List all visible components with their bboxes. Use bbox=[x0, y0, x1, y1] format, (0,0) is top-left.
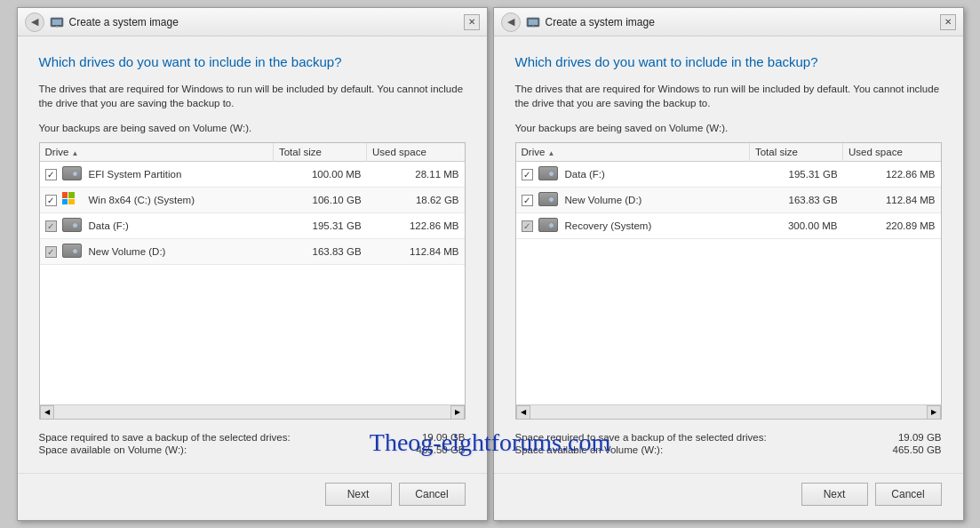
svg-point-3 bbox=[56, 26, 58, 28]
drive-name-1-4: New Volume (D:) bbox=[89, 246, 166, 257]
drive-used-1-1: 28.11 MB bbox=[367, 162, 465, 188]
next-button-1[interactable]: Next bbox=[325, 483, 392, 506]
drive-name-1-3: Data (F:) bbox=[89, 220, 129, 231]
title-text-2: Create a system image bbox=[546, 16, 655, 28]
scroll-left-2[interactable]: ◀ bbox=[516, 405, 530, 420]
drive-total-2-1: 195.31 GB bbox=[749, 162, 842, 188]
back-button-1[interactable]: ◀ bbox=[25, 12, 44, 32]
space-info-2: Space required to save a backup of the s… bbox=[515, 432, 942, 455]
col-header-used-1: Used space bbox=[367, 143, 465, 162]
svg-rect-1 bbox=[52, 20, 61, 25]
description-2: The drives that are required for Windows… bbox=[515, 82, 942, 110]
drive-name-1-2: Win 8x64 (C:) (System) bbox=[89, 195, 195, 205]
drive-checkbox-2-2[interactable] bbox=[522, 195, 533, 206]
table-row[interactable]: Recovery (System) 300.00 MB 220.89 MB bbox=[516, 213, 941, 239]
table-row[interactable]: Data (F:) 195.31 GB 122.86 MB bbox=[516, 162, 941, 188]
space-required-value-2: 19.09 GB bbox=[898, 432, 942, 443]
hdd-icon-1-1 bbox=[62, 166, 84, 182]
space-available-value-1: 465.50 GB bbox=[417, 444, 466, 455]
space-available-label-1: Space available on Volume (W:): bbox=[39, 444, 187, 455]
cancel-button-1[interactable]: Cancel bbox=[399, 483, 466, 506]
drive-total-1-2: 106.10 GB bbox=[273, 188, 366, 213]
dialog-content-2: Which drives do you want to include in t… bbox=[494, 36, 963, 469]
drive-used-1-2: 18.62 GB bbox=[367, 188, 465, 213]
system-image-icon-1 bbox=[50, 15, 64, 29]
drives-data-table-2: Data (F:) 195.31 GB 122.86 MB bbox=[516, 162, 941, 239]
title-bar-1: ◀ Create a system image ✕ bbox=[18, 8, 487, 36]
title-bar-2: ◀ Create a system image ✕ bbox=[494, 8, 963, 36]
drive-used-1-3: 122.86 MB bbox=[367, 213, 465, 239]
drive-checkbox-2-1[interactable] bbox=[522, 169, 533, 180]
section-title-2: Which drives do you want to include in t… bbox=[515, 54, 942, 69]
horizontal-scrollbar-2[interactable]: ◀ ▶ bbox=[516, 404, 941, 419]
cancel-button-2[interactable]: Cancel bbox=[875, 483, 942, 506]
dialog-footer-1: Next Cancel bbox=[18, 473, 487, 520]
table-row[interactable]: EFI System Partition 100.00 MB 28.11 MB bbox=[40, 162, 465, 188]
scroll-right-2[interactable]: ▶ bbox=[927, 405, 941, 420]
hdd-icon-1-4 bbox=[62, 244, 84, 260]
drive-total-1-4: 163.83 GB bbox=[273, 239, 366, 265]
drives-table-1: Drive ▲ Total size Used space bbox=[40, 143, 465, 162]
sort-arrow-drive-2: ▲ bbox=[548, 149, 555, 157]
space-required-label-1: Space required to save a backup of the s… bbox=[39, 432, 291, 443]
svg-point-7 bbox=[532, 26, 534, 28]
space-available-value-2: 465.50 GB bbox=[893, 444, 942, 455]
dialog-content-1: Which drives do you want to include in t… bbox=[18, 36, 487, 469]
table-row[interactable]: New Volume (D:) 163.83 GB 112.84 MB bbox=[40, 239, 465, 265]
table-row[interactable]: Data (F:) 195.31 GB 122.86 MB bbox=[40, 213, 465, 239]
hdd-icon-1-3 bbox=[62, 218, 84, 234]
col-header-drive-2: Drive ▲ bbox=[516, 143, 750, 162]
drive-name-2-1: Data (F:) bbox=[565, 169, 605, 180]
drive-checkbox-2-3[interactable] bbox=[522, 220, 533, 232]
scroll-left-1[interactable]: ◀ bbox=[40, 405, 54, 420]
drives-data-table-1: EFI System Partition 100.00 MB 28.11 MB bbox=[40, 162, 465, 265]
drive-total-2-2: 163.83 GB bbox=[749, 188, 842, 213]
hdd-icon-2-1 bbox=[538, 166, 560, 182]
space-available-label-2: Space available on Volume (W:): bbox=[515, 444, 664, 455]
space-info-1: Space required to save a backup of the s… bbox=[39, 432, 466, 455]
hdd-icon-2-3 bbox=[538, 218, 560, 234]
back-button-2[interactable]: ◀ bbox=[501, 12, 521, 32]
drive-name-2-2: New Volume (D:) bbox=[565, 195, 642, 205]
table-scroll-2[interactable]: Data (F:) 195.31 GB 122.86 MB bbox=[516, 162, 941, 404]
drive-checkbox-1-2[interactable] bbox=[45, 195, 57, 206]
drive-checkbox-1-4[interactable] bbox=[45, 246, 57, 258]
space-required-value-1: 19.09 GB bbox=[422, 432, 466, 443]
horizontal-scrollbar-1[interactable]: ◀ ▶ bbox=[40, 404, 465, 419]
table-scroll-1[interactable]: EFI System Partition 100.00 MB 28.11 MB bbox=[40, 162, 465, 404]
dialog-window-2: ◀ Create a system image ✕ Which drives d… bbox=[493, 7, 964, 521]
scroll-track-1[interactable] bbox=[54, 405, 450, 419]
col-header-total-2: Total size bbox=[749, 143, 842, 162]
table-row[interactable]: Win 8x64 (C:) (System) 106.10 GB 18.62 G… bbox=[40, 188, 465, 213]
drive-total-1-3: 195.31 GB bbox=[273, 213, 366, 239]
drives-table-header-2: Drive ▲ Total size Used space bbox=[516, 143, 941, 162]
close-button-1[interactable]: ✕ bbox=[464, 14, 480, 30]
backup-location-1: Your backups are being saved on Volume (… bbox=[39, 123, 466, 133]
space-available-row-1: Space available on Volume (W:): 465.50 G… bbox=[39, 444, 466, 455]
dialog-window-1: ◀ Create a system image ✕ Which drives d… bbox=[17, 7, 488, 521]
sort-arrow-drive-1: ▲ bbox=[72, 149, 79, 157]
col-header-used-2: Used space bbox=[843, 143, 941, 162]
col-header-drive-1: Drive ▲ bbox=[40, 143, 274, 162]
drive-checkbox-1-1[interactable] bbox=[45, 169, 57, 180]
next-button-2[interactable]: Next bbox=[801, 483, 868, 506]
drive-used-2-2: 112.84 MB bbox=[843, 188, 941, 213]
scroll-right-1[interactable]: ▶ bbox=[450, 405, 465, 420]
close-button-2[interactable]: ✕ bbox=[940, 14, 956, 30]
drive-total-2-3: 300.00 MB bbox=[749, 213, 842, 239]
scroll-track-2[interactable] bbox=[530, 405, 927, 419]
system-image-icon-2 bbox=[526, 15, 540, 29]
drive-used-2-1: 122.86 MB bbox=[843, 162, 941, 188]
drive-name-1-1: EFI System Partition bbox=[89, 169, 182, 180]
table-row[interactable]: New Volume (D:) 163.83 GB 112.84 MB bbox=[516, 188, 941, 213]
title-text-1: Create a system image bbox=[69, 16, 179, 28]
win-icon-1-2 bbox=[62, 192, 84, 208]
col-header-total-1: Total size bbox=[273, 143, 366, 162]
drive-used-2-3: 220.89 MB bbox=[843, 213, 941, 239]
drives-table-container-2: Drive ▲ Total size Used space bbox=[515, 142, 942, 420]
backup-location-2: Your backups are being saved on Volume (… bbox=[515, 123, 942, 133]
space-required-row-2: Space required to save a backup of the s… bbox=[515, 432, 942, 443]
section-title-1: Which drives do you want to include in t… bbox=[39, 54, 466, 69]
hdd-icon-2-2 bbox=[538, 192, 560, 208]
drive-checkbox-1-3[interactable] bbox=[45, 220, 57, 232]
